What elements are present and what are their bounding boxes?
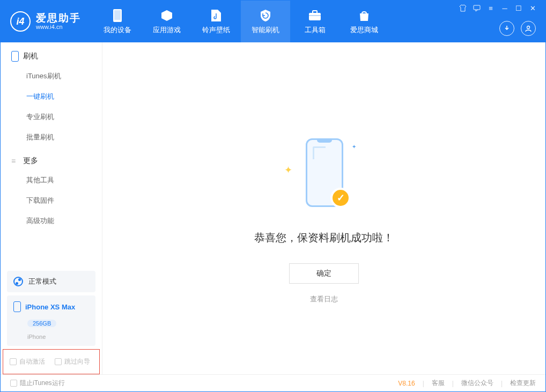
tshirt-icon[interactable] (459, 4, 467, 12)
nav-ringtone-wallpaper[interactable]: 铃声壁纸 (191, 1, 241, 42)
music-file-icon (209, 9, 223, 23)
checkbox-icon (10, 380, 17, 387)
sidebar-item-advanced[interactable]: 高级功能 (1, 211, 102, 231)
sidebar-item-batch-flash[interactable]: 批量刷机 (1, 127, 102, 147)
checkmark-badge-icon: ✓ (330, 188, 351, 208)
skip-guide-checkbox[interactable]: 跳过向导 (55, 357, 90, 366)
cube-icon (160, 9, 174, 23)
version-label: V8.16 (398, 380, 415, 387)
shield-sync-icon (259, 9, 272, 23)
block-itunes-checkbox[interactable]: 阻止iTunes运行 (10, 379, 65, 388)
download-button[interactable] (499, 21, 514, 36)
sidebar: 刷机 iTunes刷机 一键刷机 专业刷机 批量刷机 ≡ 更多 其他工具 下载固… (1, 42, 102, 374)
device-card[interactable]: iPhone XS Max 256GB iPhone (7, 295, 95, 346)
bag-icon (357, 9, 371, 23)
logo-area: i4 爱思助手 www.i4.cn (1, 1, 93, 42)
brand-url: www.i4.cn (36, 24, 81, 30)
user-button[interactable] (521, 21, 536, 36)
nav-my-device[interactable]: 我的设备 (93, 1, 142, 42)
footer-link-wechat[interactable]: 微信公众号 (461, 379, 493, 388)
nav-store[interactable]: 爱思商城 (340, 1, 389, 42)
sidebar-item-oneclick-flash[interactable]: 一键刷机 (1, 86, 102, 107)
nav-smart-flash[interactable]: 智能刷机 (241, 1, 290, 42)
mode-card[interactable]: 正常模式 (7, 271, 95, 292)
auto-activate-checkbox[interactable]: 自动激活 (10, 357, 45, 366)
svg-rect-5 (474, 5, 480, 10)
device-outline-icon (11, 51, 19, 62)
device-type: iPhone (27, 334, 46, 340)
success-message: 恭喜您，保资料刷机成功啦！ (254, 231, 394, 245)
maximize-icon[interactable]: ☐ (514, 4, 523, 12)
footer-link-service[interactable]: 客服 (432, 379, 445, 388)
sidebar-section-more: ≡ 更多 (1, 147, 102, 170)
checkbox-icon (55, 358, 62, 365)
menu-icon[interactable]: ≡ (486, 4, 495, 12)
logo-icon: i4 (10, 11, 31, 32)
footer: 阻止iTunes运行 V8.16 | 客服 | 微信公众号 | 检查更新 (1, 374, 545, 391)
svg-rect-1 (114, 10, 121, 20)
mode-icon (13, 277, 23, 286)
sidebar-item-itunes-flash[interactable]: iTunes刷机 (1, 66, 102, 86)
content-area: ✦ ✦ ✓ 恭喜您，保资料刷机成功啦！ 确定 查看日志 (102, 42, 545, 374)
checkbox-icon (10, 358, 17, 365)
checkbox-row-highlighted: 自动激活 跳过向导 (3, 349, 100, 374)
nav-apps-games[interactable]: 应用游戏 (142, 1, 191, 42)
window-controls: ≡ ─ ☐ ✕ (459, 1, 540, 12)
list-icon: ≡ (11, 157, 19, 165)
header: i4 爱思助手 www.i4.cn 我的设备 应用游戏 铃声壁纸 (1, 1, 545, 42)
phone-icon (13, 301, 21, 312)
sparkle-icon: ✦ (284, 164, 292, 176)
top-nav: 我的设备 应用游戏 铃声壁纸 智能刷机 工具箱 (93, 1, 389, 42)
feedback-icon[interactable] (473, 4, 481, 12)
toolbox-icon (308, 9, 322, 23)
sidebar-item-pro-flash[interactable]: 专业刷机 (1, 107, 102, 127)
device-name: iPhone XS Max (25, 303, 75, 311)
minimize-icon[interactable]: ─ (500, 4, 509, 12)
svg-rect-3 (313, 11, 317, 13)
device-icon (110, 9, 124, 23)
sidebar-item-other-tools[interactable]: 其他工具 (1, 170, 102, 190)
svg-point-6 (527, 26, 530, 29)
footer-link-update[interactable]: 检查更新 (510, 379, 536, 388)
close-icon[interactable]: ✕ (528, 4, 537, 12)
capacity-badge: 256GB (27, 320, 56, 327)
sparkle-icon: ✦ (352, 144, 356, 150)
sidebar-item-download-firmware[interactable]: 下载固件 (1, 190, 102, 211)
nav-toolbox[interactable]: 工具箱 (290, 1, 340, 42)
success-illustration: ✦ ✦ ✓ (276, 134, 372, 215)
ok-button[interactable]: 确定 (289, 263, 359, 284)
view-log-link[interactable]: 查看日志 (310, 294, 338, 304)
svg-rect-4 (309, 15, 321, 16)
mode-label: 正常模式 (28, 277, 56, 286)
sidebar-section-flash: 刷机 (1, 42, 102, 66)
brand-name: 爱思助手 (36, 13, 81, 23)
svg-rect-2 (309, 13, 321, 20)
